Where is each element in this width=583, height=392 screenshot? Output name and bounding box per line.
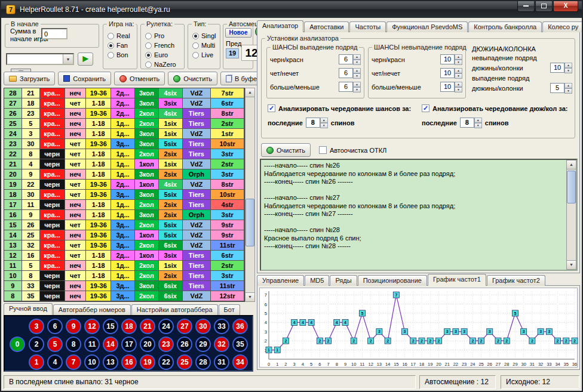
numpad-36[interactable]: 36 xyxy=(232,319,248,334)
radio-french[interactable] xyxy=(145,42,152,49)
numpad-4[interactable]: 4 xyxy=(47,354,63,370)
tab-настройки-автограббера[interactable]: Настройки автограббера xyxy=(131,304,218,315)
numpad-23[interactable]: 23 xyxy=(158,337,174,352)
start-sum-input[interactable] xyxy=(41,28,67,39)
radio-singl[interactable] xyxy=(192,33,199,39)
table-row[interactable]: 255кра...неч1-181д...2кол1sixTiers2str xyxy=(4,119,244,129)
numpad-28[interactable]: 28 xyxy=(195,354,211,370)
chevron-down-icon[interactable]: ▼ xyxy=(63,54,73,64)
tab-автограббер-номеров[interactable]: Автограббер номеров xyxy=(53,304,131,315)
table-row[interactable]: 835черннеч19-363д...2кол6sixVdZ12str xyxy=(4,291,244,301)
type-option-live[interactable]: Live xyxy=(188,50,220,60)
table-row[interactable]: 228чернчет1-181д...2кол2sixTiers3str xyxy=(4,149,244,159)
tab-колесо-ру[interactable]: Колесо ру xyxy=(542,21,583,32)
title-bar[interactable]: 7 HelperRoullet 8.71 - create helperroul… xyxy=(1,1,582,18)
numpad-17[interactable]: 17 xyxy=(121,337,137,352)
tab-контроль-банкролла[interactable]: Контроль банкролла xyxy=(468,21,542,32)
scroll-up-icon[interactable]: ▲ xyxy=(567,160,576,169)
autoclear-checkbox[interactable] xyxy=(319,146,327,154)
spinner-down-icon[interactable]: ▼ xyxy=(474,123,482,128)
tab-позиционирование[interactable]: Позиционирование xyxy=(358,275,427,286)
numpad-25[interactable]: 25 xyxy=(177,354,192,370)
value-spinner[interactable]: 5▲▼ xyxy=(550,83,572,93)
numpad-31[interactable]: 31 xyxy=(214,354,229,370)
roulette-option-pro[interactable]: Pro xyxy=(141,31,184,41)
tab-md5[interactable]: MD5 xyxy=(305,275,329,286)
spinner-up-icon[interactable]: ▲ xyxy=(564,63,572,68)
table-row[interactable]: 1425кра...неч19-363д...1кол5sixVdZ9str xyxy=(4,230,244,240)
analyze-chances-checkbox[interactable]: ✓ xyxy=(268,104,275,112)
type-option-multi[interactable]: Multi xyxy=(188,41,220,50)
spinner-down-icon[interactable]: ▼ xyxy=(455,60,462,65)
spinner-down-icon[interactable]: ▼ xyxy=(455,73,462,79)
tab-ряды[interactable]: Ряды xyxy=(330,275,357,286)
undo-button[interactable]: Отменить xyxy=(114,72,165,85)
numpad-3[interactable]: 3 xyxy=(29,319,44,334)
scrollbar-track[interactable] xyxy=(567,169,576,260)
numpad-20[interactable]: 20 xyxy=(140,337,155,352)
spinner-up-icon[interactable]: ▲ xyxy=(353,68,361,73)
spinner-down-icon[interactable]: ▼ xyxy=(353,60,361,65)
maximize-button[interactable] xyxy=(535,1,553,12)
table-row[interactable]: 2718кра...чет1-182д...3кол3sixVdZ6str xyxy=(4,98,244,109)
numpad-9[interactable]: 9 xyxy=(66,319,81,334)
analyze-dozens-checkbox-row[interactable]: ✓ Анализировать чередование дюж/кол за: xyxy=(422,104,567,112)
tab-ручной-ввод[interactable]: Ручной ввод xyxy=(4,303,53,315)
numpad-1[interactable]: 1 xyxy=(29,354,44,370)
scroll-down-icon[interactable]: ▼ xyxy=(246,292,254,301)
roulette-option-euro[interactable]: Euro xyxy=(141,50,184,60)
table-row[interactable]: 1830кра...чет19-363д...3кол5sixTiers10st… xyxy=(4,190,244,200)
history-combobox[interactable]: ▼ xyxy=(6,53,74,65)
spinner-down-icon[interactable]: ▼ xyxy=(564,88,572,94)
value-spinner[interactable]: 8▲▼ xyxy=(460,118,482,128)
radio-nazero[interactable] xyxy=(145,61,152,68)
numpad-14[interactable]: 14 xyxy=(103,337,118,352)
numpad-10[interactable]: 10 xyxy=(84,354,100,370)
roulette-option-nazero[interactable]: NaZero xyxy=(141,60,184,69)
value-spinner[interactable]: 10▲▼ xyxy=(550,63,572,73)
table-row[interactable]: 1526чернчет19-363д...2кол5sixVdZ9str xyxy=(4,220,244,230)
spinner-down-icon[interactable]: ▼ xyxy=(353,87,361,92)
game-option-fan[interactable]: Fan xyxy=(103,41,137,50)
table-row[interactable]: 933черннеч19-363д...3кол6sixTiers11str xyxy=(4,281,244,291)
table-row[interactable]: 209кра...неч1-181д...3кол2sixOrph3str xyxy=(4,169,244,180)
value-spinner[interactable]: 10▲▼ xyxy=(440,68,462,78)
value-spinner[interactable]: 8▲▼ xyxy=(306,118,328,128)
table-row[interactable]: 2330кра...чет19-363д...3кол5sixTiers10st… xyxy=(4,139,244,149)
numpad-30[interactable]: 30 xyxy=(195,319,211,334)
roulette-option-french[interactable]: French xyxy=(141,41,184,50)
numpad-24[interactable]: 24 xyxy=(158,319,174,334)
table-row[interactable]: 1711черннеч1-181д...2кол2sixTiers4str xyxy=(4,200,244,210)
tab-автоставки[interactable]: Автоставки xyxy=(304,21,349,32)
save-button[interactable]: Сохранить xyxy=(58,72,111,85)
radio-multi[interactable] xyxy=(192,42,199,49)
spinner-up-icon[interactable]: ▲ xyxy=(455,54,462,60)
analyze-chances-checkbox-row[interactable]: ✓ Анализировать чередование шансов за: xyxy=(268,104,411,112)
scroll-up-icon[interactable]: ▲ xyxy=(246,88,254,97)
table-scrollbar[interactable]: ▲ ▼ xyxy=(245,88,255,302)
game-option-real[interactable]: Real xyxy=(103,31,137,41)
spinner-down-icon[interactable]: ▼ xyxy=(564,68,572,73)
numpad-26[interactable]: 26 xyxy=(177,337,192,352)
tab-график-частот2[interactable]: График частот2 xyxy=(487,275,545,286)
scrollbar-thumb[interactable] xyxy=(246,199,254,246)
scrollbar-thumb[interactable] xyxy=(567,171,576,203)
table-row[interactable]: 1216кра...чет1-182д...1кол3sixTiers6str xyxy=(4,251,244,261)
radio-pro[interactable] xyxy=(145,33,152,39)
spinner-up-icon[interactable]: ▲ xyxy=(474,118,482,123)
radio-fan[interactable] xyxy=(108,42,114,49)
new-autoshift-button[interactable]: Новое xyxy=(225,28,251,38)
numpad-16[interactable]: 16 xyxy=(121,354,137,370)
numpad-32[interactable]: 32 xyxy=(214,337,229,352)
spinner-up-icon[interactable]: ▲ xyxy=(353,54,361,60)
radio-real[interactable] xyxy=(108,33,114,39)
value-spinner[interactable]: 6▲▼ xyxy=(339,54,361,64)
value-spinner[interactable]: 10▲▼ xyxy=(440,54,462,64)
numpad-13[interactable]: 13 xyxy=(103,354,118,370)
numpad-12[interactable]: 12 xyxy=(84,319,100,334)
table-row[interactable]: 243кра...неч1-181д...3кол1sixVdZ1str xyxy=(4,129,244,139)
table-row[interactable]: 2623кра...неч19-362д...2кол4sixTiers8str xyxy=(4,109,244,119)
analyzer-clear-button[interactable]: Очистить xyxy=(261,143,311,157)
game-option-bon[interactable]: Bon xyxy=(103,50,137,60)
type-option-singl[interactable]: Singl xyxy=(188,31,220,41)
